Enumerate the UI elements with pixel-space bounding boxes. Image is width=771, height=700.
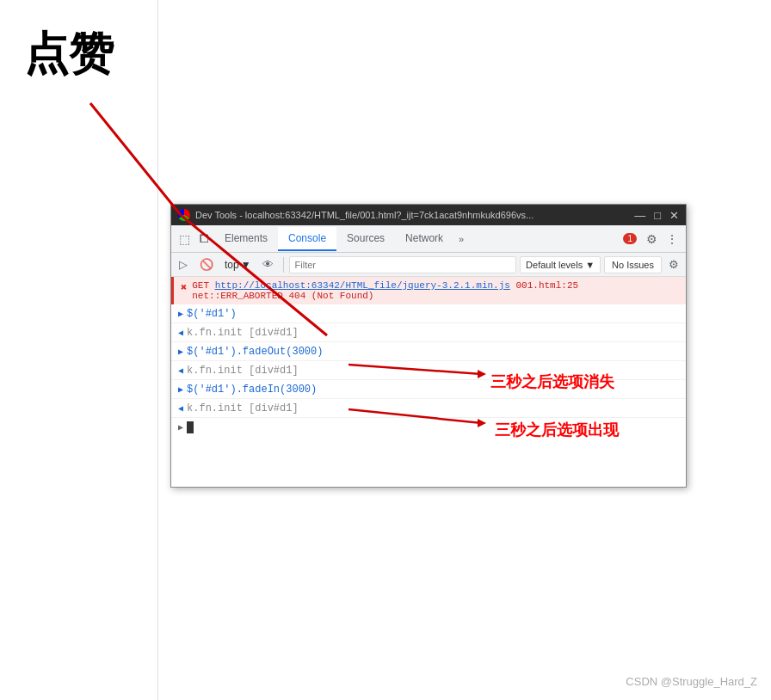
error-icon: ✖ <box>181 281 187 294</box>
devtools-toolbar: ▷ 🚫 top ▼ 👁 Default levels ▼ No Issues ⚙ <box>171 253 686 277</box>
expand-arrow-1[interactable]: ▶ <box>178 309 183 319</box>
log-text-3: $('#d1').fadeOut(3000) <box>187 346 323 358</box>
error-sub-message: net::ERR_ABORTED 404 (Not Found) <box>192 291 578 301</box>
console-input-row[interactable]: ▶ <box>171 418 686 437</box>
expand-arrow-3[interactable]: ▶ <box>178 347 183 357</box>
close-button[interactable]: ✕ <box>669 209 679 222</box>
devtools-tabs: ⬚ ⧠ Elements Console Sources Network » 1… <box>171 225 686 253</box>
tabs-more-button[interactable]: » <box>453 230 469 248</box>
maximize-button[interactable]: □ <box>654 209 661 222</box>
log-text-2: k.fn.init [div#d1] <box>187 327 299 339</box>
clear-console-button[interactable]: ▷ <box>175 256 192 273</box>
svg-line-0 <box>90 103 181 215</box>
inspect-element-button[interactable]: ⬚ <box>175 230 194 248</box>
devtools-console-output[interactable]: ✖ GET http://localhost:63342/HTML_file/j… <box>171 277 686 487</box>
return-arrow-6: ◀ <box>178 403 183 414</box>
return-arrow-4: ◀ <box>178 365 183 376</box>
input-prompt-icon: ▶ <box>178 422 183 433</box>
error-message: GET http://localhost:63342/HTML_file/jqu… <box>192 280 578 291</box>
log-text-4: k.fn.init [div#d1] <box>187 365 299 377</box>
toolbar-separator <box>283 257 284 273</box>
console-filter-input[interactable] <box>289 256 517 273</box>
console-settings-button[interactable]: ⚙ <box>665 256 682 273</box>
log-text-5: $('#d1').fadeIn(3000) <box>187 384 317 396</box>
settings-button[interactable]: ⚙ <box>642 230 662 248</box>
devtools-window: Dev Tools - localhost:63342/HTML_file/00… <box>170 204 687 488</box>
log-row-4[interactable]: ◀ k.fn.init [div#d1] <box>171 361 686 380</box>
console-error-row: ✖ GET http://localhost:63342/HTML_file/j… <box>171 277 686 304</box>
tab-sources[interactable]: Sources <box>336 227 395 251</box>
log-levels-dropdown[interactable]: Default levels ▼ <box>520 256 601 273</box>
hide-network-button[interactable]: 🚫 <box>195 256 218 273</box>
chrome-icon <box>178 209 190 221</box>
error-location: 001.html:25 <box>516 280 579 291</box>
default-levels-label: Default levels ▼ <box>526 260 595 270</box>
log-row-5[interactable]: ▶ $('#d1').fadeIn(3000) <box>171 380 686 399</box>
minimize-button[interactable]: — <box>634 209 645 222</box>
error-link[interactable]: http://localhost:63342/HTML_file/jquery-… <box>215 280 510 291</box>
no-issues-badge: No Issues <box>604 256 662 273</box>
eye-button[interactable]: 👁 <box>258 256 278 273</box>
devtools-title: Dev Tools - localhost:63342/HTML_file/00… <box>195 210 534 220</box>
devtools-titlebar: Dev Tools - localhost:63342/HTML_file/00… <box>171 205 686 225</box>
no-issues-label: No Issues <box>612 260 654 270</box>
page-title: 点赞 <box>24 24 114 84</box>
tab-console[interactable]: Console <box>278 227 336 251</box>
log-text-1: $('#d1') <box>187 308 237 320</box>
top-label: top <box>225 259 239 271</box>
expand-arrow-5[interactable]: ▶ <box>178 384 183 395</box>
dropdown-arrow-icon: ▼ <box>241 259 251 271</box>
error-prefix: GET <box>192 280 214 291</box>
titlebar-controls: — □ ✕ <box>634 209 679 222</box>
log-row-6[interactable]: ◀ k.fn.init [div#d1] <box>171 399 686 418</box>
csdn-watermark: CSDN @Struggle_Hard_Z <box>626 675 757 688</box>
device-toolbar-button[interactable]: ⧠ <box>194 230 214 247</box>
error-count-badge: 1 <box>623 233 637 244</box>
vertical-divider <box>157 0 158 700</box>
execution-context-dropdown[interactable]: top ▼ <box>221 257 255 273</box>
tab-elements[interactable]: Elements <box>214 227 278 251</box>
log-row-2[interactable]: ◀ k.fn.init [div#d1] <box>171 323 686 342</box>
more-options-button[interactable]: ⋮ <box>662 230 682 248</box>
log-text-6: k.fn.init [div#d1] <box>187 402 299 414</box>
console-cursor <box>187 421 194 433</box>
log-row-1[interactable]: ▶ $('#d1') <box>171 304 686 323</box>
log-row-3[interactable]: ▶ $('#d1').fadeOut(3000) <box>171 342 686 361</box>
return-arrow-2: ◀ <box>178 328 183 338</box>
tab-network[interactable]: Network <box>395 227 453 251</box>
